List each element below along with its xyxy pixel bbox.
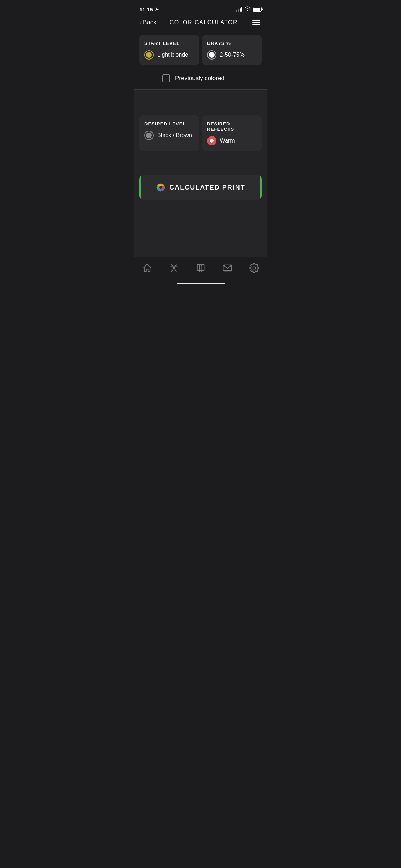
book-icon [196,263,206,273]
color-wheel-icon [156,182,166,192]
grays-percent-value: 2-50-75% [220,52,245,58]
desired-level-radio [144,131,154,140]
desired-level-value: Black / Brown [157,132,192,139]
grays-percent-value-row: 2-50-75% [207,50,257,60]
back-button[interactable]: ‹ Back [139,19,156,26]
menu-icon-line1 [252,20,260,21]
tab-bar [134,257,267,277]
grays-percent-card[interactable]: GRAYS % 2-50-75% [202,35,262,65]
calculated-print-button[interactable]: CALCULATED PRINT [139,175,262,200]
status-bar: 11.15 ➤ [134,0,267,16]
mid-spacer [134,155,267,170]
tab-home[interactable] [138,262,156,274]
status-icons [236,6,262,12]
grays-percent-radio [207,50,216,60]
home-indicator [134,277,267,289]
svg-point-6 [253,267,255,269]
lower-section: DESIRED LEVEL Black / Brown DESIRED REFL… [134,90,267,289]
desired-level-label: DESIRED LEVEL [144,121,194,126]
wifi-icon [245,6,251,12]
tab-mail[interactable] [218,262,237,274]
lower-spacer [134,90,267,111]
desired-reflects-value: Warm [220,138,235,144]
status-time: 11.15 ➤ [139,6,159,12]
start-level-value-row: Light blonde [144,50,194,60]
svg-point-1 [159,186,162,189]
desired-reflects-label: DESIRED REFLECTS [207,121,257,132]
home-icon [142,263,152,273]
previously-colored-checkbox[interactable] [162,74,170,82]
desired-reflects-radio-fill [210,139,214,143]
location-icon: ➤ [155,7,159,12]
start-level-radio [144,50,154,60]
bottom-card-grid: DESIRED LEVEL Black / Brown DESIRED REFL… [134,111,267,155]
tab-book[interactable] [191,262,210,274]
tab-settings[interactable] [245,262,263,274]
menu-button[interactable] [251,19,262,26]
back-label: Back [143,19,156,26]
bottom-spacer [134,200,267,257]
tools-icon [169,263,179,273]
start-level-value: Light blonde [157,52,188,58]
battery-icon [253,7,262,12]
signal-icon [236,7,242,12]
desired-level-radio-fill [146,133,152,138]
home-indicator-bar [177,283,225,284]
desired-reflects-value-row: Warm [207,136,257,145]
desired-reflects-radio [207,136,216,145]
start-level-label: START LEVEL [144,41,194,46]
desired-level-card[interactable]: DESIRED LEVEL Black / Brown [139,115,199,151]
grays-percent-radio-fill [209,52,215,58]
menu-icon-line2 [252,22,260,23]
nav-bar: ‹ Back COLOR CALCULATOR [134,16,267,31]
desired-reflects-card[interactable]: DESIRED REFLECTS Warm [202,115,262,151]
top-card-grid: START LEVEL Light blonde GRAYS % 2-50-75… [134,31,267,69]
desired-level-value-row: Black / Brown [144,131,194,140]
back-chevron-icon: ‹ [139,19,142,26]
previously-colored-row: Previously colored [134,69,267,89]
menu-icon-line3 [252,24,260,25]
settings-icon [249,263,259,273]
start-level-radio-fill [146,52,152,58]
start-level-card[interactable]: START LEVEL Light blonde [139,35,199,65]
grays-percent-label: GRAYS % [207,41,257,46]
mail-icon [222,263,232,273]
previously-colored-label: Previously colored [175,75,225,82]
calculated-print-label: CALCULATED PRINT [169,184,245,191]
tab-tools[interactable] [165,262,183,274]
page-title: COLOR CALCULATOR [170,19,238,26]
